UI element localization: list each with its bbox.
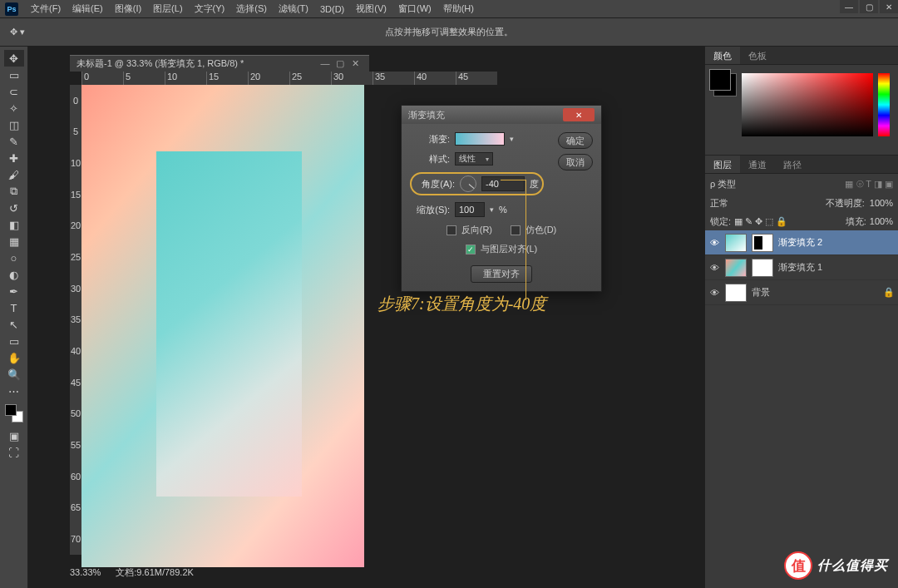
dither-label: 仿色(D) <box>525 224 556 236</box>
pen-tool[interactable]: ✒ <box>4 283 24 299</box>
menu-image[interactable]: 图像(I) <box>109 2 147 15</box>
fill-value[interactable]: 100% <box>870 216 893 226</box>
menu-filter[interactable]: 滤镜(T) <box>273 2 314 15</box>
ok-button[interactable]: 确定 <box>558 132 593 149</box>
eyedropper-tool[interactable]: ✎ <box>4 133 24 150</box>
eraser-tool[interactable]: ◧ <box>4 216 24 233</box>
canvas[interactable] <box>81 85 364 567</box>
filter-icons[interactable]: ▦ ⦾ T ◨ ▣ <box>845 179 893 190</box>
zoom-value[interactable]: 33.33% <box>70 567 101 577</box>
wand-tool[interactable]: ✧ <box>4 100 24 116</box>
shape-tool[interactable]: ▭ <box>4 333 24 349</box>
ruler-tick: 45 <box>456 72 497 85</box>
menu-file[interactable]: 文件(F) <box>25 2 67 15</box>
move-tool[interactable]: ✥ <box>4 50 24 67</box>
gradient-preview[interactable] <box>455 132 505 146</box>
lasso-tool[interactable]: ⊂ <box>4 83 24 100</box>
color-field[interactable] <box>742 73 873 136</box>
menu-window[interactable]: 窗口(W) <box>392 2 437 15</box>
layer-row[interactable]: 👁 背景 🔒 <box>705 280 898 305</box>
opacity-label: 不透明度: <box>826 197 865 210</box>
dither-checkbox[interactable] <box>511 225 521 235</box>
cancel-button[interactable]: 取消 <box>558 154 593 170</box>
paths-tab[interactable]: 路径 <box>775 156 810 173</box>
more-tools[interactable]: ⋯ <box>4 383 24 399</box>
blend-mode[interactable]: 正常 <box>710 197 728 210</box>
stamp-tool[interactable]: ⧉ <box>4 183 24 200</box>
visibility-icon[interactable]: 👁 <box>708 288 720 298</box>
menu-view[interactable]: 视图(V) <box>350 2 392 15</box>
angle-unit: 度 <box>530 178 539 190</box>
blur-tool[interactable]: ○ <box>4 250 24 266</box>
quickmask-tool[interactable]: ▣ <box>4 427 24 444</box>
reverse-label: 反向(R) <box>461 224 492 236</box>
crop-tool[interactable]: ◫ <box>4 116 24 133</box>
screenmode-tool[interactable]: ⛶ <box>4 444 24 461</box>
layer-mask-thumb <box>752 234 773 252</box>
gradient-label: 渐变: <box>410 133 450 146</box>
right-panels: 颜色 色板 图层 通道 路径 ρ 类型 ▦ ⦾ T ◨ ▣ 正常 不透明度: <box>705 47 898 588</box>
layers-tab[interactable]: 图层 <box>705 156 740 173</box>
visibility-icon[interactable]: 👁 <box>708 238 720 248</box>
opacity-value[interactable]: 100% <box>870 198 893 208</box>
color-tab[interactable]: 颜色 <box>705 47 740 64</box>
zoom-tool[interactable]: 🔍 <box>4 366 24 383</box>
ruler-tick: 0 <box>81 72 123 85</box>
doc-max-icon[interactable]: ▢ <box>333 58 348 69</box>
channels-tab[interactable]: 通道 <box>740 156 775 173</box>
doc-close-icon[interactable]: ✕ <box>348 58 363 69</box>
scale-dropdown-icon[interactable]: ▾ <box>490 205 494 214</box>
close-button[interactable]: ✕ <box>880 0 898 13</box>
reset-align-button[interactable]: 重置对齐 <box>471 265 532 283</box>
type-tool[interactable]: T <box>4 299 24 316</box>
lock-icons[interactable]: ▦ ✎ ✥ ⬚ 🔒 <box>734 216 787 227</box>
fg-bg-color[interactable] <box>5 404 23 422</box>
menu-type[interactable]: 文字(Y) <box>189 2 231 15</box>
scale-input[interactable] <box>455 202 485 217</box>
hand-tool[interactable]: ✋ <box>4 349 24 366</box>
ruler-tick: 10 <box>70 158 81 168</box>
gradient-dropdown-icon[interactable]: ▾ <box>510 135 514 143</box>
doc-min-icon[interactable]: — <box>318 58 333 69</box>
minimize-button[interactable]: — <box>840 0 858 13</box>
menu-layer[interactable]: 图层(L) <box>147 2 188 15</box>
reverse-checkbox[interactable] <box>447 225 456 235</box>
angle-dial[interactable] <box>460 175 476 192</box>
hue-slider[interactable] <box>878 73 890 136</box>
visibility-icon[interactable]: 👁 <box>708 263 720 273</box>
layer-row[interactable]: 👁 渐变填充 1 <box>705 255 898 280</box>
layer-thumb <box>725 284 747 302</box>
maximize-button[interactable]: ▢ <box>860 0 878 13</box>
brush-tool[interactable]: 🖌 <box>4 166 24 183</box>
ruler-tick: 60 <box>70 472 81 482</box>
document-tab[interactable]: 未标题-1 @ 33.3% (渐变填充 1, RGB/8) * — ▢ ✕ <box>70 55 369 72</box>
history-brush-tool[interactable]: ↺ <box>4 200 24 216</box>
inner-gradient-rect <box>156 151 302 497</box>
gradient-tool[interactable]: ▦ <box>4 233 24 250</box>
dialog-titlebar[interactable]: 渐变填充 ✕ <box>402 106 601 124</box>
menu-help[interactable]: 帮助(H) <box>437 2 480 15</box>
ruler-tick: 55 <box>70 440 81 450</box>
path-tool[interactable]: ↖ <box>4 316 24 333</box>
dialog-close-button[interactable]: ✕ <box>563 108 595 121</box>
menu-3d[interactable]: 3D(D) <box>314 4 350 14</box>
menu-edit[interactable]: 编辑(E) <box>67 2 109 15</box>
ruler-tick: 30 <box>70 284 81 294</box>
align-label: 与图层对齐(L) <box>481 243 537 255</box>
layer-row[interactable]: 👁 渐变填充 2 <box>705 230 898 255</box>
dialog-title: 渐变填充 <box>408 109 445 121</box>
ruler-tick: 20 <box>248 72 289 85</box>
watermark: 值 什么值得买 <box>784 551 888 580</box>
color-swatch[interactable] <box>713 73 737 96</box>
dodge-tool[interactable]: ◐ <box>4 266 24 283</box>
align-checkbox[interactable]: ✓ <box>466 245 476 254</box>
swatches-tab[interactable]: 色板 <box>740 47 775 64</box>
marquee-tool[interactable]: ▭ <box>4 67 24 83</box>
scale-unit: % <box>499 205 507 215</box>
menu-select[interactable]: 选择(S) <box>230 2 273 15</box>
angle-input[interactable] <box>481 176 525 191</box>
ruler-tick: 5 <box>123 72 165 85</box>
heal-tool[interactable]: ✚ <box>4 150 24 166</box>
angle-label: 角度(A): <box>415 178 455 190</box>
style-select[interactable]: 线性 <box>455 152 493 166</box>
